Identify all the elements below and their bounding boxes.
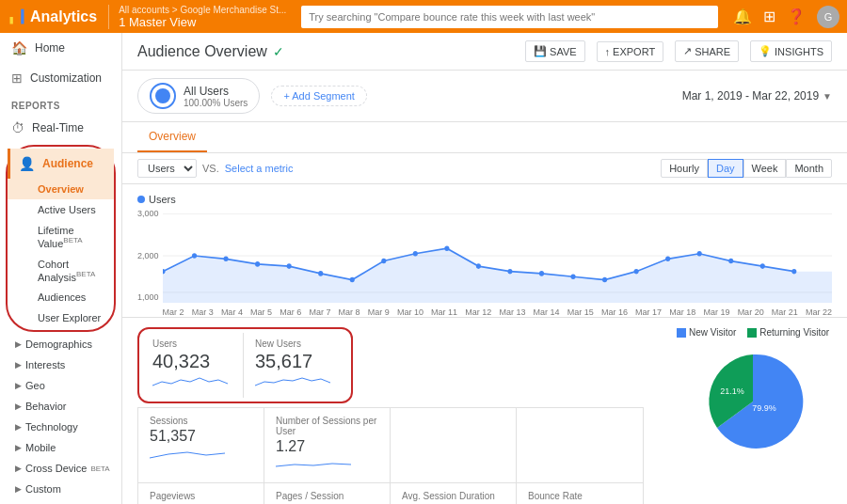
pie-chart-area: New Visitor Returning Visitor 79.9% [659,318,847,504]
insights-button[interactable]: 💡 INSIGHTS [750,40,832,62]
sidebar-item-geo[interactable]: ▶ Geo [0,375,121,396]
avatar[interactable]: G [817,6,839,28]
page-title-area: Audience Overview ✓ [137,43,284,60]
svg-point-9 [255,261,260,267]
notification-icon[interactable]: 🔔 [733,8,752,25]
svg-point-25 [759,263,764,269]
stat-new-users-sparkline [255,372,330,389]
sidebar-sub-audiences[interactable]: Audiences [8,287,114,307]
chart-svg-container: Mar 2Mar 3Mar 4Mar 5Mar 6Mar 7Mar 8Mar 9… [163,209,832,317]
svg-text:79.9%: 79.9% [752,403,776,413]
highlighted-stats: Users 40,323 New Users 35,617 [137,327,353,403]
demographics-arrow-icon: ▶ [15,339,22,349]
sidebar-item-home[interactable]: 🏠 Home [0,33,121,63]
select-metric-link[interactable]: Select a metric [225,163,294,174]
chart-wrapper: 3,000 2,000 1,000 [137,209,832,317]
stat-pageviews-label: Pageviews [150,491,252,501]
interests-arrow-icon: ▶ [15,360,22,370]
tab-bar: Overview [122,122,847,153]
sidebar-sub-active-users[interactable]: Active Users [8,199,114,220]
svg-point-22 [665,257,670,262]
save-label: SAVE [550,46,577,57]
chart-y-axis: 3,000 2,000 1,000 [137,209,163,317]
returning-visitor-dot [747,328,757,338]
sidebar-sub-lifetime-value[interactable]: Lifetime ValueBETA [8,220,114,254]
audience-icon: 👤 [19,156,35,171]
stat-new-users-label: New Users [255,339,330,349]
metric-bar: Users VS. Select a metric Hourly Day Wee… [122,153,847,184]
chart-area: Users 3,000 2,000 1,000 [122,184,847,317]
new-visitor-label: New Visitor [689,327,736,338]
add-segment-label: + Add Segment [283,90,355,102]
time-btn-month[interactable]: Month [786,159,832,178]
sidebar-item-custom[interactable]: ▶ Custom [0,479,121,499]
interests-label: Interests [25,359,65,370]
behavior-arrow-icon: ▶ [15,402,22,411]
page-title: Audience Overview [137,43,267,60]
time-period-buttons: Hourly Day Week Month [661,159,832,178]
primary-metric-select[interactable]: Users [137,159,197,178]
vs-label: VS. [202,163,219,174]
add-segment-button[interactable]: + Add Segment [271,86,367,106]
search-input[interactable] [301,6,718,28]
stat-sessions-per-user: Number of Sessions per User 1.27 [264,408,391,483]
audience-highlight: 👤 Audience Overview Active Users Lifetim… [6,145,116,332]
main-layout: 🏠 Home ⊞ Customization REPORTS ⏱ Real-Ti… [0,33,847,504]
sidebar-item-behavior[interactable]: ▶ Behavior [0,396,121,417]
stat-bounce-rate: Bounce Rate 42.85% [517,483,643,504]
tab-overview[interactable]: Overview [137,122,207,152]
sidebar-sub-overview[interactable]: Overview [8,179,114,199]
chart-dot-icon [137,196,145,203]
stat-users-value: 40,323 [152,351,228,372]
reports-section-label: REPORTS [0,93,121,113]
sidebar-sub-cohort[interactable]: Cohort AnalysisBETA [8,254,114,288]
svg-point-18 [538,271,543,276]
pie-legend: New Visitor Returning Visitor [677,327,829,338]
sidebar-item-benchmarking[interactable]: ▶ Benchmarking [0,499,121,504]
sidebar-sub-user-explorer[interactable]: User Explorer [8,307,114,328]
segment-pct: 100.00% Users [184,98,248,108]
all-users-segment[interactable]: All Users 100.00% Users [137,78,260,114]
export-button[interactable]: ↑ EXPORT [597,41,664,62]
segment-info: All Users 100.00% Users [184,85,248,108]
date-range-selector[interactable]: Mar 1, 2019 - Mar 22, 2019 ▼ [682,89,832,102]
share-button[interactable]: ↗ SHARE [675,40,739,62]
mobile-label: Mobile [25,442,56,453]
sidebar-item-technology[interactable]: ▶ Technology [0,417,121,437]
sidebar-item-realtime[interactable]: ⏱ Real-Time [0,113,121,143]
svg-rect-0 [10,17,13,24]
breadcrumb-line2: 1 Master View [119,15,286,29]
app-logo: Analytics [8,8,97,26]
stat-spu-label: Number of Sessions per User [276,416,378,436]
svg-point-7 [192,253,197,259]
stat-sessions-value: 51,357 [150,428,252,445]
svg-point-10 [286,263,291,269]
segment-circle-icon [150,83,176,109]
sidebar-item-cross-device[interactable]: ▶ Cross DeviceBETA [0,458,121,479]
header-actions: 💾 SAVE ↑ EXPORT ↗ SHARE 💡 INSIGHTS [525,40,832,62]
stat-users-label: Users [152,339,228,349]
sidebar-home-label: Home [35,41,65,55]
sidebar-item-interests[interactable]: ▶ Interests [0,354,121,375]
svg-point-19 [570,274,575,279]
grid-icon[interactable]: ⊞ [763,8,775,25]
stat-pps-label: Pages / Session [276,491,378,501]
time-btn-week[interactable]: Week [743,159,787,178]
segment-name: All Users [184,85,248,98]
share-icon: ↗ [683,45,692,57]
time-btn-hourly[interactable]: Hourly [661,159,708,178]
time-btn-day[interactable]: Day [708,159,743,178]
save-button[interactable]: 💾 SAVE [525,40,585,62]
sidebar-item-mobile[interactable]: ▶ Mobile [0,437,121,458]
sidebar-item-audience[interactable]: 👤 Audience [8,149,114,179]
sidebar-item-customization[interactable]: ⊞ Customization [0,63,121,93]
export-icon: ↑ [605,46,611,57]
chart-legend: Users [137,194,832,205]
svg-point-12 [349,277,354,283]
stat-new-users: New Users 35,617 [244,333,345,398]
sidebar-item-demographics[interactable]: ▶ Demographics [0,334,121,354]
search-bar[interactable] [301,6,718,28]
stat-sessions: Sessions 51,357 [138,408,264,483]
help-icon[interactable]: ❓ [787,8,806,25]
custom-label: Custom [25,483,61,495]
